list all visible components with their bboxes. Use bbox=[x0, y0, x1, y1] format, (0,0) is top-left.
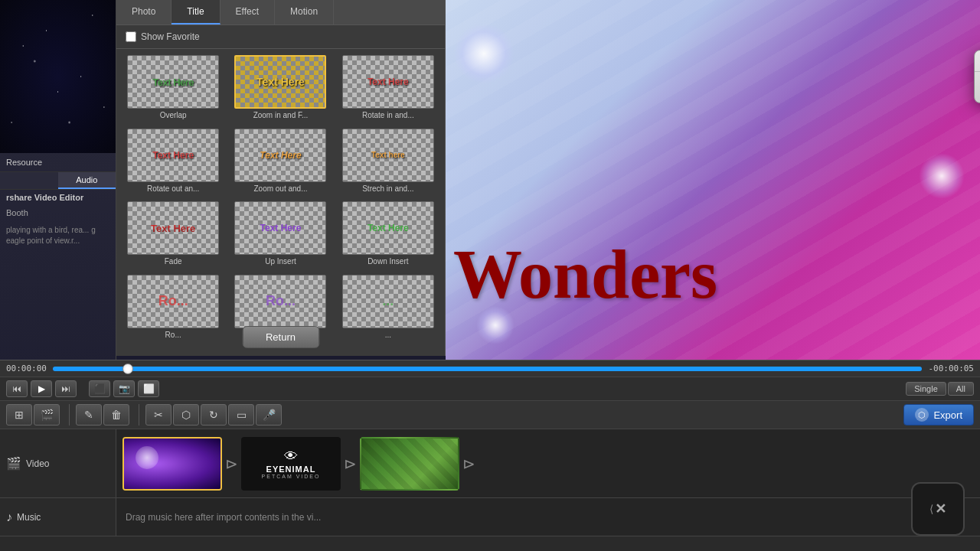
effect-thumb-zoom: Text Here bbox=[234, 55, 326, 109]
skip-back-button[interactable]: ⏮ bbox=[6, 380, 28, 397]
music-label-text: Music bbox=[17, 512, 41, 523]
delete-button[interactable]: 🗑 bbox=[103, 404, 129, 425]
sidebar-tabs: Audio bbox=[0, 172, 116, 190]
playback-bar: 00:00:00 -00:00:05 bbox=[0, 360, 980, 377]
cut-button[interactable]: ✂ bbox=[145, 404, 172, 425]
effect-thumb-partial2: Ro... bbox=[234, 275, 326, 328]
effect-label-up: Up Insert bbox=[265, 257, 296, 266]
music-track-icon: ♪ bbox=[6, 510, 12, 524]
effect-overlap[interactable]: Text Here Overlap bbox=[121, 54, 225, 124]
stop-button[interactable]: ⬛ bbox=[89, 380, 110, 397]
export-button[interactable]: ⬡ Export bbox=[903, 404, 974, 425]
effect-label-partial1: Ro... bbox=[165, 331, 181, 339]
music-track-label: ♪ Music bbox=[0, 498, 116, 536]
effect-fade[interactable]: Text Here Fade bbox=[121, 200, 225, 270]
return-button[interactable]: Return bbox=[242, 326, 319, 348]
del-arrow-icon: ⟨ bbox=[929, 503, 933, 515]
effect-thumb-overlap: Text Here bbox=[127, 55, 219, 109]
effect-thumb-strech: Text here bbox=[342, 129, 434, 182]
all-button[interactable]: All bbox=[948, 382, 974, 396]
effect-strech[interactable]: Text here Strech in and... bbox=[336, 127, 440, 197]
sidebar-top-preview bbox=[0, 0, 116, 153]
time-start: 00:00:00 bbox=[6, 364, 47, 373]
snapshot-button[interactable]: 📷 bbox=[113, 380, 135, 397]
effect-partial3[interactable]: ... ... bbox=[336, 273, 440, 344]
sidebar-text-content: playing with a bird, rea... g eagle poin… bbox=[0, 220, 116, 251]
music-track: ♪ Music Drag music here after import con… bbox=[0, 498, 980, 536]
progress-handle[interactable] bbox=[122, 364, 133, 374]
effect-label-rotate-in: Rotate in and... bbox=[362, 111, 414, 119]
video-track-label: 🎬 Video bbox=[0, 429, 116, 497]
record-button[interactable]: ⬜ bbox=[138, 380, 159, 397]
effect-label-zoom-out: Zoom out and... bbox=[253, 184, 307, 193]
edit-button[interactable]: ✎ bbox=[76, 404, 102, 425]
trim-button[interactable]: ⬡ bbox=[173, 404, 199, 425]
tab-title[interactable]: Title bbox=[172, 0, 220, 24]
play-button[interactable]: ▶ bbox=[31, 380, 52, 397]
toolbar-separator-1 bbox=[69, 404, 70, 425]
preview-orb-1 bbox=[453, 23, 514, 84]
star-background bbox=[0, 0, 116, 153]
effect-label-overlap: Overlap bbox=[160, 111, 187, 119]
skip-forward-button[interactable]: ⏭ bbox=[55, 380, 77, 397]
effect-label-partial3: ... bbox=[385, 331, 391, 339]
show-favorite-row: Show Favorite bbox=[116, 25, 445, 49]
effect-label-down: Down Insert bbox=[368, 257, 408, 266]
audio-button[interactable]: 🎤 bbox=[256, 404, 282, 425]
effect-thumb-down: Text Here bbox=[342, 201, 434, 255]
effect-up-insert[interactable]: Text Here Up Insert bbox=[228, 200, 332, 270]
delete-badge[interactable]: ⟨ ✕ bbox=[911, 482, 965, 536]
preview-video: Wonders bbox=[446, 0, 980, 360]
video-track-content: ⊳ 👁 EYENIMAL PETCAM VIDEO ⊳ ⊳ bbox=[116, 429, 980, 497]
music-track-content[interactable]: Drag music here after import contents in… bbox=[116, 498, 980, 536]
transition-2[interactable]: ⊳ bbox=[344, 455, 357, 473]
view-toggle-group: ⊞ 🎬 bbox=[6, 404, 60, 425]
sidebar-tab-audio[interactable]: Audio bbox=[58, 172, 116, 189]
tab-effect[interactable]: Effect bbox=[220, 0, 275, 24]
effect-label-zoom: Zoom in and F... bbox=[253, 111, 309, 119]
effect-zoom-in[interactable]: Text Here Zoom in and F... bbox=[228, 54, 332, 124]
toolbar: ⊞ 🎬 ✎ 🗑 ✂ ⬡ ↻ ▭ 🎤 ⬡ Export bbox=[0, 401, 980, 429]
effect-thumb-fade: Text Here bbox=[127, 201, 219, 255]
show-favorite-label[interactable]: Show Favorite bbox=[141, 31, 200, 42]
video-clip-3[interactable] bbox=[360, 437, 459, 491]
sidebar-tab-0[interactable] bbox=[0, 172, 58, 189]
effect-thumb-rotate-in: Text Here bbox=[342, 55, 434, 109]
transition-3[interactable]: ⊳ bbox=[462, 455, 475, 473]
effect-thumb-rotate-out: Text Here bbox=[127, 129, 219, 182]
effect-down-insert[interactable]: Text Here Down Insert bbox=[336, 200, 440, 270]
effect-thumb-partial3: ... bbox=[342, 275, 434, 328]
time-end: -00:00:05 bbox=[928, 364, 974, 373]
effect-rotate-out[interactable]: Text Here Rotate out an... bbox=[121, 127, 225, 197]
timeline-area: 00:00:00 -00:00:05 ⏮ ▶ ⏭ ⬛ 📷 ⬜ Single Al… bbox=[0, 360, 980, 551]
playback-controls: ⏮ ▶ ⏭ ⬛ 📷 ⬜ Single All bbox=[0, 377, 980, 401]
video-track-icon: 🎬 bbox=[6, 456, 21, 471]
effect-thumb-up: Text Here bbox=[234, 201, 326, 255]
tab-photo[interactable]: Photo bbox=[116, 0, 172, 24]
list-view-button[interactable]: 🎬 bbox=[34, 404, 60, 425]
sidebar-app-name: rshare Video Editor bbox=[0, 190, 116, 205]
preview-area: Wonders ✕ Font Font: American... Size: 9… bbox=[446, 0, 980, 360]
progress-track[interactable] bbox=[53, 367, 922, 371]
font-dialog-titlebar: ✕ Font bbox=[975, 51, 980, 72]
preview-wonders-text: Wonders bbox=[453, 235, 717, 314]
video-clip-1[interactable] bbox=[122, 437, 222, 491]
transition-1[interactable]: ⊳ bbox=[225, 455, 238, 473]
tab-motion[interactable]: Motion bbox=[275, 0, 334, 24]
show-favorite-checkbox[interactable] bbox=[126, 31, 136, 42]
video-clip-2[interactable]: 👁 EYENIMAL PETCAM VIDEO bbox=[241, 437, 341, 491]
single-button[interactable]: Single bbox=[906, 382, 946, 396]
font-dialog-body: Font: American... Size: 90 72 60 48 Colo… bbox=[975, 72, 980, 103]
rotate-button[interactable]: ↻ bbox=[201, 404, 227, 425]
effect-thumb-partial1: Ro... bbox=[127, 275, 219, 328]
effect-rotate-in[interactable]: Text Here Rotate in and... bbox=[336, 54, 440, 124]
grid-view-button[interactable]: ⊞ bbox=[6, 404, 32, 425]
effect-zoom-out[interactable]: Text Here Zoom out and... bbox=[228, 127, 332, 197]
effect-thumb-zoom-out: Text Here bbox=[234, 129, 326, 182]
font-dialog: ✕ Font Font: American... Size: 90 72 60 … bbox=[974, 50, 980, 103]
caption-button[interactable]: ▭ bbox=[228, 404, 254, 425]
toolbar-separator-2 bbox=[139, 404, 139, 425]
effect-partial1[interactable]: Ro... Ro... bbox=[121, 273, 225, 344]
delete-badge-inner: ⟨ ✕ bbox=[929, 500, 946, 517]
sidebar-resources-label: Resource bbox=[0, 153, 116, 172]
